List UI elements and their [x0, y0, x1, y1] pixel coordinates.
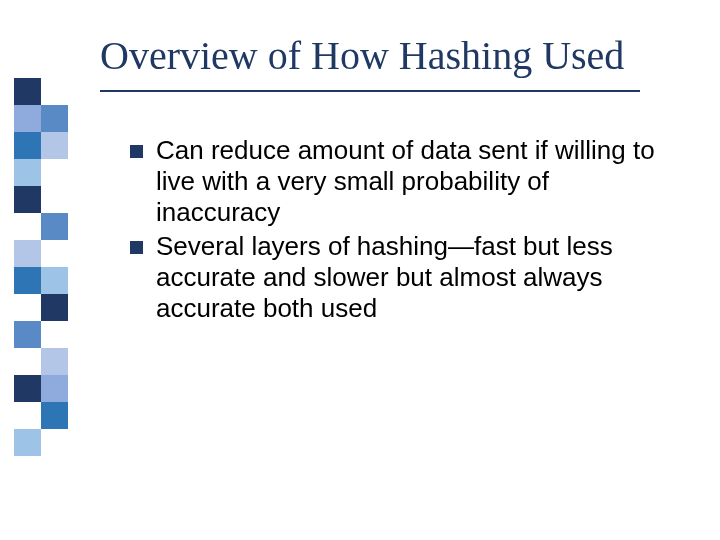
slide: Overview of How Hashing Used Can reduce … — [0, 0, 720, 540]
slide-title: Overview of How Hashing Used — [100, 32, 690, 79]
square-bullet-icon — [130, 241, 143, 254]
bullet-item: Several layers of hashing—fast but less … — [130, 231, 660, 325]
slide-body: Can reduce amount of data sent if willin… — [130, 135, 660, 326]
bullet-item: Can reduce amount of data sent if willin… — [130, 135, 660, 229]
bullet-text: Several layers of hashing—fast but less … — [156, 231, 613, 323]
title-underline — [100, 90, 640, 92]
bullet-text: Can reduce amount of data sent if willin… — [156, 135, 655, 227]
decor-squares — [14, 78, 68, 456]
square-bullet-icon — [130, 145, 143, 158]
